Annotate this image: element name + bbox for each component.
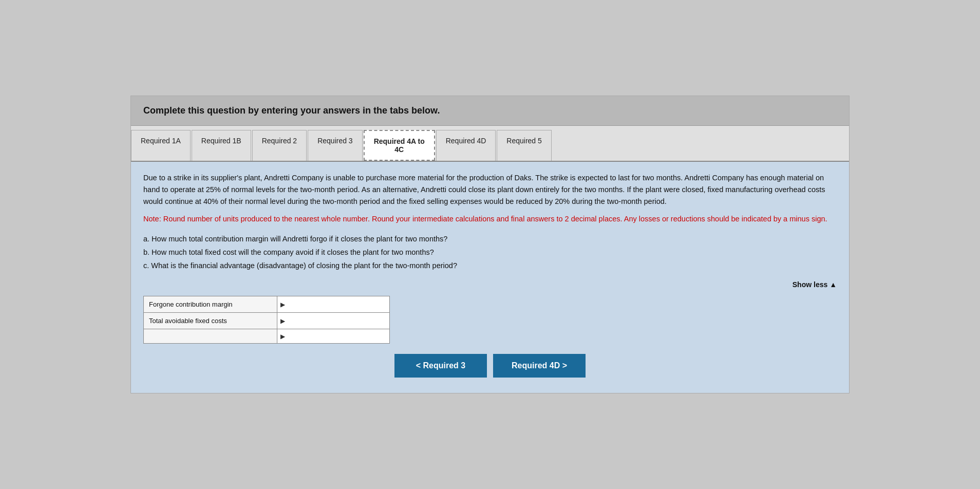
row-label-1: Forgone contribution margin: [144, 296, 277, 312]
tab-req1a[interactable]: Required 1A: [131, 130, 191, 161]
row-label-2: Total avoidable fixed costs: [144, 313, 277, 329]
header-instruction: Complete this question by entering your …: [143, 105, 440, 116]
question-b: b. How much total fixed cost will the co…: [143, 246, 837, 259]
content-area: Due to a strike in its supplier's plant,…: [131, 162, 849, 393]
row-label-3: [144, 329, 277, 343]
row-cell-2[interactable]: ▶: [277, 313, 389, 329]
next-button[interactable]: Required 4D >: [493, 354, 586, 378]
main-container: Complete this question by entering your …: [130, 96, 850, 393]
question-a: a. How much total contribution margin wi…: [143, 232, 837, 246]
header-bar: Complete this question by entering your …: [131, 96, 849, 126]
row-cell-1[interactable]: ▶: [277, 296, 389, 312]
show-less[interactable]: Show less ▲: [143, 280, 837, 289]
input-table: Forgone contribution margin ▶ Total avoi…: [143, 296, 390, 344]
arrow-icon-3: ▶: [280, 333, 285, 340]
tab-req5[interactable]: Required 5: [497, 130, 552, 161]
arrow-icon-1: ▶: [280, 301, 285, 308]
table-row: Forgone contribution margin ▶: [144, 296, 389, 313]
table-row: ▶: [144, 329, 389, 343]
table-row: Total avoidable fixed costs ▶: [144, 313, 389, 329]
tab-req3[interactable]: Required 3: [308, 130, 363, 161]
tab-req4a4c[interactable]: Required 4A to4C: [364, 130, 435, 161]
questions-text: a. How much total contribution margin wi…: [143, 232, 837, 272]
description-text: Due to a strike in its supplier's plant,…: [143, 172, 837, 208]
row-cell-3[interactable]: ▶: [277, 329, 389, 343]
tab-req4d[interactable]: Required 4D: [436, 130, 496, 161]
input-avoidable-costs[interactable]: [287, 316, 386, 326]
show-less-label[interactable]: Show less ▲: [793, 280, 837, 289]
prev-button[interactable]: < Required 3: [394, 354, 487, 378]
arrow-icon-2: ▶: [280, 317, 285, 325]
question-c: c. What is the financial advantage (disa…: [143, 259, 837, 272]
note-text: Note: Round number of units produced to …: [143, 213, 837, 225]
nav-buttons: < Required 3 Required 4D >: [143, 354, 837, 378]
tab-req2[interactable]: Required 2: [252, 130, 307, 161]
input-forgone-margin[interactable]: [287, 299, 386, 309]
input-result[interactable]: [287, 331, 386, 341]
tab-req1b[interactable]: Required 1B: [192, 130, 251, 161]
tabs-container: Required 1A Required 1B Required 2 Requi…: [131, 126, 849, 162]
